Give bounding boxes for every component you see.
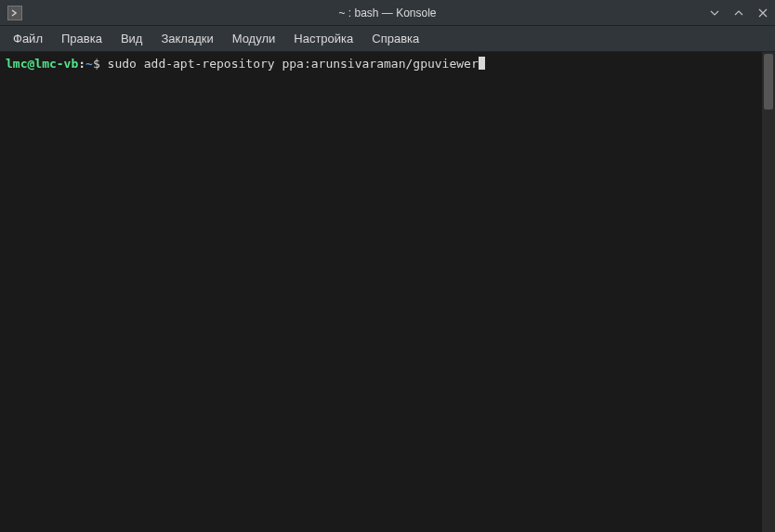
menu-view[interactable]: Вид — [112, 28, 152, 49]
prompt-separator: : — [78, 57, 85, 71]
menu-plugins[interactable]: Модули — [223, 28, 285, 49]
prompt-user-host: lmc@lmc-vb — [6, 57, 78, 71]
close-button[interactable] — [755, 5, 771, 21]
scrollbar-thumb[interactable] — [764, 54, 773, 110]
prompt-path: ~ — [85, 57, 93, 71]
window-title: ~ : bash — Konsole — [338, 6, 436, 19]
titlebar: ~ : bash — Konsole — [0, 0, 775, 26]
menubar: Файл Правка Вид Закладки Модули Настройк… — [0, 26, 775, 52]
menu-help[interactable]: Справка — [362, 28, 428, 49]
prompt-symbol: $ — [93, 57, 100, 71]
menu-bookmarks[interactable]: Закладки — [151, 28, 222, 49]
menu-file[interactable]: Файл — [4, 28, 52, 49]
menu-edit[interactable]: Правка — [52, 28, 112, 49]
window-controls — [706, 5, 771, 21]
terminal-cursor — [479, 57, 485, 70]
menu-settings[interactable]: Настройка — [284, 28, 362, 49]
app-icon — [7, 6, 22, 20]
command-text: sudo add-apt-repository ppa:arunsivarama… — [108, 57, 479, 71]
maximize-button[interactable] — [730, 5, 747, 21]
terminal-container: lmc@lmc-vb:~$ sudo add-apt-repository pp… — [0, 52, 775, 532]
minimize-button[interactable] — [706, 5, 723, 21]
terminal[interactable]: lmc@lmc-vb:~$ sudo add-apt-repository pp… — [0, 52, 762, 532]
scrollbar[interactable] — [762, 52, 775, 532]
